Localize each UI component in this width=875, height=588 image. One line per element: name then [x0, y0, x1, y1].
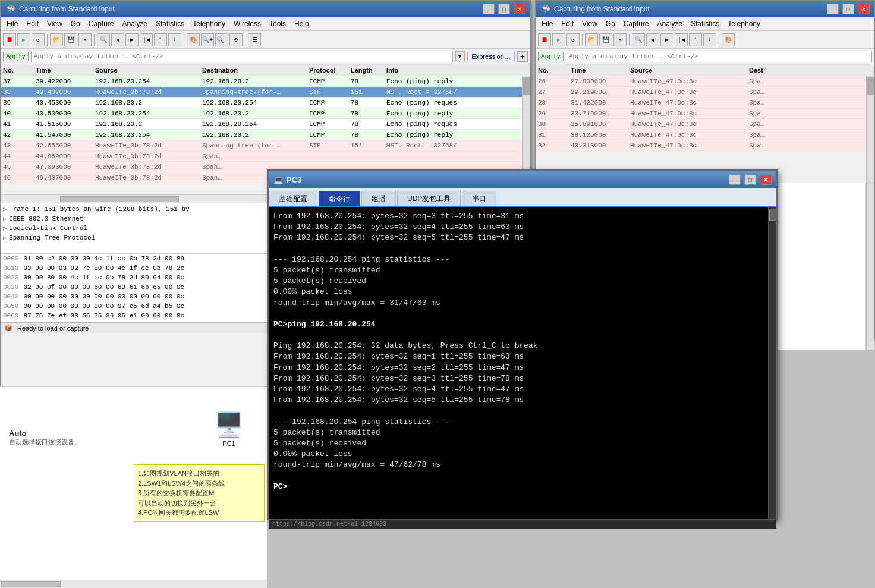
pkt2-no: 30 — [536, 121, 568, 128]
apply-filter-btn[interactable]: Apply — [3, 52, 29, 61]
pc3-tab-serial[interactable]: 串口 — [462, 191, 496, 206]
expression-btn[interactable]: Expression… — [467, 52, 514, 61]
first-btn[interactable]: |◀ — [140, 33, 153, 46]
next-btn-2[interactable]: ↓ — [703, 33, 716, 46]
pkt2-row-26[interactable]: 26 27.000000 HuaweITe_47:0c:3c Spa… — [536, 76, 874, 87]
h-scrollbar-thumb-1[interactable] — [60, 196, 179, 202]
search-btn[interactable]: 🔍 — [97, 33, 110, 46]
pkt-row-43[interactable]: 43 42.656000 HuaweITe_0b:78:2d Spanning-… — [1, 140, 530, 151]
minimize-btn-1[interactable]: _ — [483, 4, 495, 14]
pc3-scrollbar[interactable] — [768, 207, 776, 519]
pc3-tab-basic[interactable]: 基础配置 — [269, 191, 317, 206]
net-h-scrollbar[interactable] — [0, 580, 267, 588]
save-btn-2[interactable]: 💾 — [599, 33, 612, 46]
menu2-file[interactable]: File — [538, 18, 556, 29]
maximize-btn-2[interactable]: □ — [842, 4, 854, 14]
add-filter-btn[interactable]: + — [517, 51, 528, 62]
close-btn-t2[interactable]: ✕ — [613, 33, 627, 46]
open-btn[interactable]: 📂 — [50, 33, 63, 46]
menu-go-1[interactable]: Go — [67, 18, 84, 29]
pkt-row-42[interactable]: 42 41.547000 192.168.20.254 192.168.20.2… — [1, 130, 530, 140]
pkt2-row-29[interactable]: 29 33.719000 HuaweITe_47:0c:3c Spa… — [536, 108, 874, 119]
menu-capture-1[interactable]: Capture — [85, 18, 118, 29]
menu-statistics-1[interactable]: Statistics — [152, 18, 188, 29]
stop-btn[interactable]: ■ — [3, 33, 16, 46]
minimize-btn-2[interactable]: _ — [827, 4, 839, 14]
pc3-minimize-btn[interactable]: _ — [729, 174, 741, 185]
pkt2-row-28[interactable]: 28 31.422000 HuaweITe_47:0c:3c Spa… — [536, 98, 874, 108]
zoom-normal-btn[interactable]: ⊙ — [229, 33, 243, 46]
pc3-terminal[interactable]: From 192.168.20.254: bytes=32 seq=3 ttl=… — [269, 207, 768, 519]
filter-input-1[interactable] — [31, 51, 453, 62]
close-capture-btn[interactable]: ✕ — [78, 33, 92, 46]
fwd-btn-2[interactable]: ▶ — [660, 33, 673, 46]
open-btn-2[interactable]: 📂 — [585, 33, 598, 46]
restart-btn-2[interactable]: ↺ — [566, 33, 580, 46]
menu-wireless-1[interactable]: Wireless — [230, 18, 265, 29]
pc3-close-btn[interactable]: ✕ — [760, 174, 772, 185]
zoom-in-btn[interactable]: 🔍+ — [201, 33, 214, 46]
close-btn-2[interactable]: ✕ — [858, 4, 870, 14]
terminal-line-18 — [273, 405, 763, 416]
menu2-edit[interactable]: Edit — [558, 18, 577, 29]
menu-tools-1[interactable]: Tools — [266, 18, 289, 29]
start-btn-2[interactable]: ▶ — [552, 33, 565, 46]
stop-btn-2[interactable]: ■ — [538, 33, 551, 46]
filter-dropdown-btn[interactable]: ▾ — [455, 51, 465, 61]
menu-view-1[interactable]: View — [43, 18, 66, 29]
pkt2-row-31[interactable]: 31 38.125000 HuaweITe_47:0c:3c Spa… — [536, 130, 874, 140]
pkt-row-44[interactable]: 44 44.859000 HuaweITe_0b:78:2d Span… — [1, 151, 530, 162]
pkt2-row-27[interactable]: 27 29.219000 HuaweITe_47:0c:3c Spa… — [536, 87, 874, 98]
pc3-scrollbar-thumb[interactable] — [769, 209, 776, 221]
prev-btn[interactable]: ↑ — [154, 33, 167, 46]
next-btn[interactable]: ↓ — [168, 33, 181, 46]
scrollbar-thumb-1[interactable] — [523, 77, 530, 95]
menu2-go[interactable]: Go — [602, 18, 619, 29]
pkt2-row-30[interactable]: 30 35.891000 HuaweITe_47:0c:3c Spa… — [536, 119, 874, 130]
pc3-tab-udp[interactable]: UDP发包工具 — [397, 191, 461, 206]
scrollbar-2[interactable] — [866, 76, 874, 183]
menu2-analyze[interactable]: Analyze — [654, 18, 687, 29]
close-btn-1[interactable]: ✕ — [514, 4, 525, 14]
pkt-src: 192.168.20.254 — [93, 131, 200, 139]
pkt-row-37[interactable]: 37 39.422000 192.168.20.254 192.168.20.2… — [1, 76, 530, 87]
menu2-statistics[interactable]: Statistics — [687, 18, 723, 29]
pkt-row-39[interactable]: 39 40.453000 192.168.20.2 192.168.20.254… — [1, 98, 530, 108]
pkt2-row-32[interactable]: 32 40.313000 HuaweITe_47:0c:3c Spa… — [536, 140, 874, 151]
pc3-maximize-btn[interactable]: □ — [744, 174, 756, 185]
restart-btn[interactable]: ↺ — [32, 33, 45, 46]
menu-help-1[interactable]: Help — [291, 18, 313, 29]
scrollbar-thumb-2[interactable] — [867, 77, 874, 95]
search-btn-2[interactable]: 🔍 — [632, 33, 645, 46]
start-btn[interactable]: ▶ — [17, 33, 30, 46]
pkt-row-41[interactable]: 41 41.515000 192.168.20.2 192.168.20.254… — [1, 119, 530, 130]
colorize-btn-2[interactable]: 🎨 — [722, 33, 735, 46]
save-btn[interactable]: 💾 — [64, 33, 77, 46]
hex-offset-2: 0020 — [3, 274, 18, 284]
back-btn-2[interactable]: ◀ — [646, 33, 659, 46]
menu-analyze-1[interactable]: Analyze — [119, 18, 152, 29]
back-btn[interactable]: ◀ — [111, 33, 124, 46]
pc3-tab-mcast[interactable]: 组播 — [361, 191, 396, 206]
colorize-btn[interactable]: 🎨 — [187, 33, 200, 46]
prev-btn-2[interactable]: ↑ — [689, 33, 702, 46]
pkt-row-38[interactable]: 38 40.437000 HuaweITe_0b:78:2d Spanning-… — [1, 87, 530, 98]
first-btn-2[interactable]: |◀ — [675, 33, 688, 46]
apply-filter-btn-2[interactable]: Apply — [538, 52, 564, 61]
menu-file-1[interactable]: File — [3, 18, 21, 29]
net-scrollbar-thumb[interactable] — [1, 581, 61, 587]
pc3-tab-cmd[interactable]: 命令行 — [319, 191, 360, 206]
menu-edit-1[interactable]: Edit — [23, 18, 42, 29]
menu2-capture[interactable]: Capture — [620, 18, 653, 29]
menu2-view[interactable]: View — [578, 18, 601, 29]
pkt-row-40[interactable]: 40 40.500000 192.168.20.254 192.168.20.2… — [1, 108, 530, 119]
menu2-telephony[interactable]: Telephony — [724, 18, 764, 29]
filter-input-2[interactable] — [566, 51, 872, 62]
ws2-right-scrollbar[interactable] — [866, 183, 874, 350]
maximize-btn-1[interactable]: □ — [498, 4, 510, 14]
fwd-btn[interactable]: ▶ — [125, 33, 139, 46]
layout-btn[interactable]: ☰ — [248, 33, 261, 46]
zoom-out-btn[interactable]: 🔍- — [215, 33, 228, 46]
col-header-proto: Protocol — [307, 67, 348, 74]
menu-telephony-1[interactable]: Telephony — [189, 18, 229, 29]
